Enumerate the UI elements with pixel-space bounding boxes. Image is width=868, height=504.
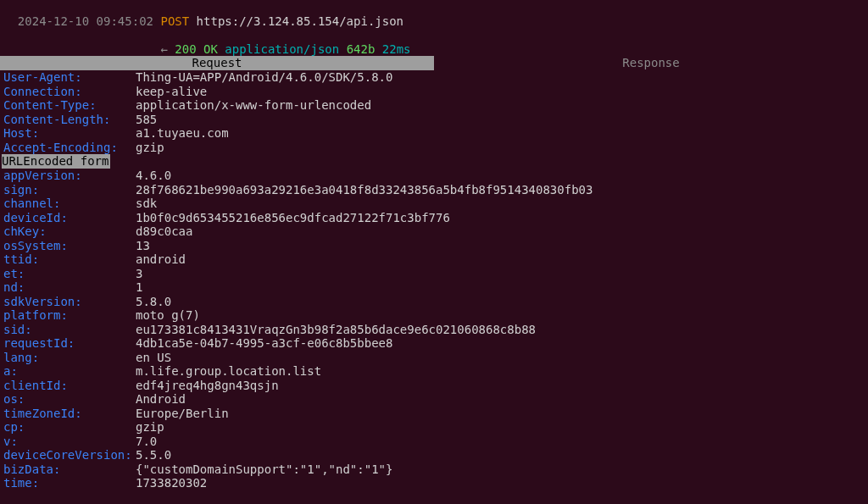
kv-key: a:: [3, 364, 136, 379]
kv-key: deviceId:: [3, 211, 136, 225]
kv-row[interactable]: chKey: d89c0caa: [3, 224, 865, 239]
arrow-icon: ←: [160, 42, 167, 56]
kv-row[interactable]: Connection: keep-alive: [3, 85, 865, 99]
kv-value: Europe/Berlin: [136, 407, 865, 421]
kv-value: Thing-UA=APP/Android/4.6.0/SDK/5.8.0: [136, 70, 865, 85]
kv-key: os:: [3, 392, 136, 407]
kv-key: Content-Length:: [3, 113, 136, 127]
kv-value: sdk: [136, 197, 865, 211]
kv-value: gzip: [136, 141, 865, 155]
kv-row[interactable]: channel: sdk: [3, 197, 865, 211]
kv-key: bizData:: [3, 462, 136, 477]
kv-key: sdkVersion:: [3, 295, 136, 309]
kv-row[interactable]: requestId: 4db1ca5e-04b7-4995-a3cf-e06c8…: [3, 336, 865, 351]
kv-key: Accept-Encoding:: [3, 141, 136, 155]
tab-request[interactable]: Request: [0, 56, 434, 70]
kv-key: Connection:: [3, 85, 136, 99]
http-method: POST: [160, 14, 189, 28]
request-summary-line1: 2024-12-10 09:45:02 POST https://3.124.8…: [0, 0, 868, 28]
kv-value: 7.0: [136, 435, 865, 449]
kv-key: cp:: [3, 420, 136, 435]
kv-value: 4.6.0: [136, 169, 865, 183]
kv-key: osSystem:: [3, 239, 136, 253]
kv-value: edf4jreq4hg8gn43qsjn: [136, 379, 865, 393]
kv-value: m.life.group.location.list: [136, 364, 865, 379]
kv-row[interactable]: ttid: android: [3, 252, 865, 267]
kv-row[interactable]: osSystem: 13: [3, 239, 865, 253]
kv-key: time:: [3, 476, 136, 490]
kv-row[interactable]: deviceId: 1b0f0c9d653455216e856ec9dfcad2…: [3, 211, 865, 225]
kv-key: ttid:: [3, 252, 136, 267]
kv-row[interactable]: nd: 1: [3, 280, 865, 295]
form-data: appVersion: 4.6.0sign: 28f768621be990a69…: [0, 169, 868, 490]
kv-row[interactable]: User-Agent: Thing-UA=APP/Android/4.6.0/S…: [3, 70, 865, 85]
kv-value: keep-alive: [136, 85, 865, 99]
kv-key: channel:: [3, 197, 136, 211]
tabs: Request Response: [0, 56, 868, 70]
request-headers: User-Agent: Thing-UA=APP/Android/4.6.0/S…: [0, 70, 868, 154]
kv-value: 5.8.0: [136, 295, 865, 309]
request-summary-line2: ← 200 OK application/json 642b 22ms: [0, 28, 868, 56]
kv-value: 4db1ca5e-04b7-4995-a3cf-e06c8b5bbee8: [136, 336, 865, 351]
latency: 22ms: [382, 42, 411, 56]
kv-key: Host:: [3, 126, 136, 141]
kv-value: moto g(7): [136, 308, 865, 323]
kv-key: nd:: [3, 280, 136, 295]
kv-row[interactable]: Host: a1.tuyaeu.com: [3, 126, 865, 141]
kv-key: sign:: [3, 183, 136, 197]
kv-value: 3: [136, 267, 865, 281]
kv-row[interactable]: et: 3: [3, 267, 865, 281]
http-status: 200 OK: [175, 42, 218, 56]
kv-row[interactable]: lang: en_US: [3, 351, 865, 365]
kv-value: {"customDomainSupport":"1","nd":"1"}: [136, 462, 865, 477]
kv-value: Android: [136, 392, 865, 407]
kv-key: requestId:: [3, 336, 136, 351]
kv-key: User-Agent:: [3, 70, 136, 85]
kv-value: 13: [136, 239, 865, 253]
kv-value: 585: [136, 113, 865, 127]
kv-row[interactable]: Content-Length: 585: [3, 113, 865, 127]
response-size: 642b: [347, 42, 376, 56]
kv-value: eu173381c8413431VraqzGn3b98f2a85b6dace9e…: [136, 323, 865, 337]
kv-row[interactable]: bizData: {"customDomainSupport":"1","nd"…: [3, 462, 865, 477]
kv-row[interactable]: sid: eu173381c8413431VraqzGn3b98f2a85b6d…: [3, 323, 865, 337]
kv-row[interactable]: v: 7.0: [3, 435, 865, 449]
kv-row[interactable]: appVersion: 4.6.0: [3, 169, 865, 183]
kv-value: a1.tuyaeu.com: [136, 126, 865, 141]
kv-row[interactable]: Accept-Encoding: gzip: [3, 141, 865, 155]
kv-value: application/x-www-form-urlencoded: [136, 98, 865, 113]
kv-row[interactable]: deviceCoreVersion: 5.5.0: [3, 448, 865, 462]
kv-key: appVersion:: [3, 169, 136, 183]
kv-key: Content-Type:: [3, 98, 136, 113]
kv-value: 5.5.0: [136, 448, 865, 462]
kv-row[interactable]: platform: moto g(7): [3, 308, 865, 323]
kv-row[interactable]: os: Android: [3, 392, 865, 407]
kv-row[interactable]: cp: gzip: [3, 420, 865, 435]
kv-row[interactable]: sdkVersion: 5.8.0: [3, 295, 865, 309]
tab-response[interactable]: Response: [434, 56, 868, 70]
kv-key: chKey:: [3, 224, 136, 239]
kv-value: 1733820302: [136, 476, 865, 490]
kv-value: en_US: [136, 351, 865, 365]
kv-key: timeZoneId:: [3, 407, 136, 421]
kv-key: v:: [3, 435, 136, 449]
kv-key: sid:: [3, 323, 136, 337]
kv-row[interactable]: timeZoneId: Europe/Berlin: [3, 407, 865, 421]
kv-row[interactable]: a: m.life.group.location.list: [3, 364, 865, 379]
kv-row[interactable]: sign: 28f768621be990a693a29216e3a0418f8d…: [3, 183, 865, 197]
kv-value: 28f768621be990a693a29216e3a0418f8d332438…: [136, 183, 865, 197]
kv-value: gzip: [136, 420, 865, 435]
kv-value: android: [136, 252, 865, 267]
kv-key: et:: [3, 267, 136, 281]
section-urlencoded-form[interactable]: URLEncoded form: [2, 154, 110, 169]
kv-value: d89c0caa: [136, 224, 865, 239]
kv-key: lang:: [3, 351, 136, 365]
request-url: https://3.124.85.154/api.json: [197, 14, 403, 28]
timestamp: 2024-12-10 09:45:02: [18, 14, 153, 28]
kv-key: platform:: [3, 308, 136, 323]
kv-key: deviceCoreVersion:: [3, 448, 136, 462]
kv-row[interactable]: time: 1733820302: [3, 476, 865, 490]
kv-value: 1b0f0c9d653455216e856ec9dfcad27122f71c3b…: [136, 211, 865, 225]
kv-row[interactable]: Content-Type: application/x-www-form-url…: [3, 98, 865, 113]
kv-row[interactable]: clientId: edf4jreq4hg8gn43qsjn: [3, 379, 865, 393]
